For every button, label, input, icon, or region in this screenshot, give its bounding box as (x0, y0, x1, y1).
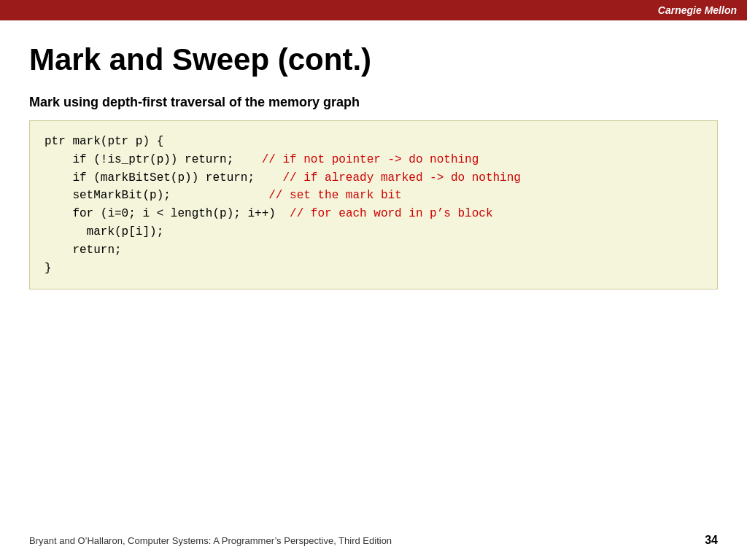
footer-page: 34 (705, 534, 718, 547)
main-content: Mark and Sweep (cont.) Mark using depth-… (0, 20, 747, 304)
slide-subtitle: Mark using depth-first traversal of the … (29, 95, 718, 110)
code-black-text: if (!is_ptr(p)) return; (44, 151, 233, 169)
slide-title: Mark and Sweep (cont.) (29, 42, 718, 77)
code-line: if (!is_ptr(p)) return; // if not pointe… (44, 151, 703, 169)
code-black-text: return; (44, 241, 122, 260)
top-bar: Carnegie Mellon (0, 0, 747, 20)
code-line: ptr mark(ptr p) { (44, 133, 703, 151)
code-black-text: ptr mark(ptr p) { (44, 133, 163, 151)
footer-text: Bryant and O’Hallaron, Computer Systems:… (29, 535, 392, 546)
code-black-text: mark(p[i]); (44, 223, 163, 241)
code-comment-text: // for each word in p’s block (276, 205, 493, 223)
code-black-text: } (44, 260, 52, 278)
code-black-text: if (markBitSet(p)) return; (44, 169, 255, 187)
code-line: if (markBitSet(p)) return; // if already… (44, 169, 703, 187)
footer: Bryant and O’Hallaron, Computer Systems:… (0, 534, 747, 547)
code-line: setMarkBit(p); // set the mark bit (44, 187, 703, 205)
code-black-text: setMarkBit(p); (44, 187, 171, 205)
carnegie-mellon-label: Carnegie Mellon (658, 4, 737, 16)
code-line: mark(p[i]); (44, 223, 703, 241)
code-line: } (44, 260, 703, 278)
code-black-text: for (i=0; i < length(p); i++) (44, 205, 276, 223)
code-line: for (i=0; i < length(p); i++) // for eac… (44, 205, 703, 223)
code-line: return; (44, 241, 703, 260)
code-comment-text: // set the mark bit (171, 187, 402, 205)
code-block: ptr mark(ptr p) { if (!is_ptr(p)) return… (29, 120, 718, 289)
code-comment-text: // if already marked -> do nothing (255, 169, 521, 187)
code-comment-text: // if not pointer -> do nothing (233, 151, 479, 169)
